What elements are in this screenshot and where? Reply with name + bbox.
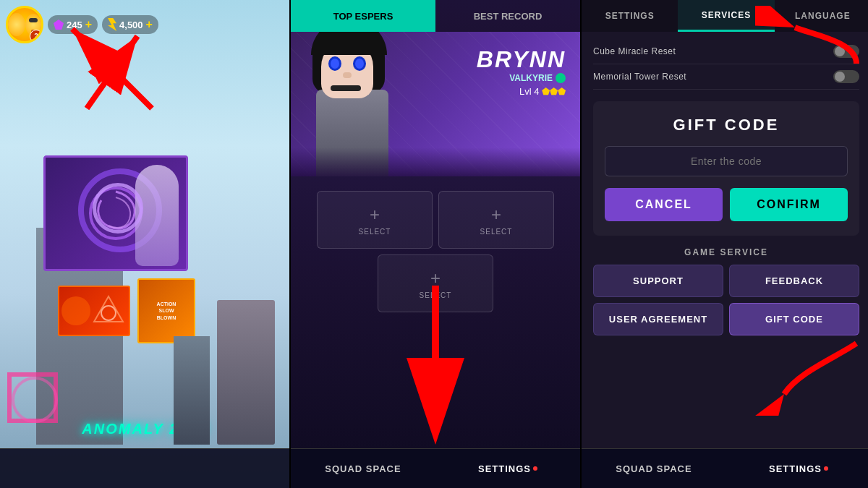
billboard-orange: ACTIONSLOWBLOWN (137, 278, 195, 343)
slot-plus-icon: + (370, 205, 380, 225)
slot-label-3: SELECT (420, 291, 452, 299)
settings-button[interactable]: SETTINGS (435, 449, 580, 488)
building-right (217, 300, 275, 445)
avatar[interactable]: 2 (6, 6, 43, 43)
svg-point-2 (101, 306, 116, 320)
character-name: BRYNN (477, 46, 566, 73)
settings-body: Cube Miracle Reset Memorial Tower Reset … (582, 32, 868, 348)
panel-game: 2 245 + 4,500 + (0, 0, 289, 488)
energy-add-button[interactable]: + (146, 18, 153, 31)
espers-bottom-nav: SQUAD SPACE SETTINGS (291, 448, 580, 488)
char-eye-left (328, 56, 341, 71)
user-agreement-button[interactable]: USER AGREEMENT (593, 303, 723, 335)
tab-best-record[interactable]: BEST RECORD (435, 0, 580, 32)
gradient-overlay (291, 147, 580, 176)
tab-settings[interactable]: SETTINGS (582, 0, 678, 32)
energy-value: 4,500 (119, 20, 143, 30)
billboard-main (43, 155, 188, 271)
slot-1[interactable]: + SELECT (317, 191, 433, 249)
char-eye-right (353, 56, 366, 71)
game-bottom-nav (0, 448, 289, 488)
red-emblem (90, 293, 127, 329)
character-class: VALKYRIE (477, 73, 566, 83)
settings-bottom-nav: SQUAD SPACE SETTINGS (582, 448, 868, 488)
toggle-memorial-tower: Memorial Tower Reset (593, 64, 859, 90)
character-info: BRYNN VALKYRIE Lvl 4 ⬟⬟⬟ (477, 46, 566, 97)
service-grid: SUPPORT FEEDBACK USER AGREEMENT GIFT COD… (593, 265, 859, 335)
nav-placeholder (0, 449, 289, 488)
settings-nav-button[interactable]: SETTINGS (726, 449, 868, 488)
energy-currency: 4,500 + (102, 15, 158, 34)
class-icon (556, 73, 566, 83)
slot-row-2: + SELECT (298, 254, 573, 312)
slot-label-1: SELECT (359, 228, 391, 236)
feedback-button[interactable]: FEEDBACK (729, 265, 859, 297)
settings-tab-bar: SETTINGS SERVICES LANGUAGE (582, 0, 868, 32)
cancel-button[interactable]: CANCEL (605, 188, 723, 221)
character-showcase: BRYNN VALKYRIE Lvl 4 ⬟⬟⬟ (291, 32, 580, 176)
settings-dot (533, 466, 537, 471)
slot-plus-icon-2: + (491, 205, 501, 225)
gem-value: 245 (67, 20, 82, 30)
gift-code-title: GIFT CODE (605, 116, 848, 134)
tab-top-espers[interactable]: TOP ESPERS (291, 0, 435, 32)
gem-add-button[interactable]: + (85, 18, 92, 31)
espers-header: TOP ESPERS BEST RECORD (291, 0, 580, 32)
confirm-button[interactable]: CONFIRM (730, 188, 848, 221)
lightning-icon (108, 18, 116, 31)
avatar-badge: 2 (30, 30, 43, 43)
tab-services[interactable]: SERVICES (678, 0, 774, 32)
gem-currency: 245 + (48, 15, 98, 34)
squad-space-settings-button[interactable]: SQUAD SPACE (582, 449, 726, 488)
game-service-title: GAME SERVICE (593, 247, 859, 257)
slot-grid: + SELECT + SELECT + SELECT (291, 184, 580, 320)
gift-code-section: GIFT CODE CANCEL CONFIRM (593, 101, 859, 236)
billboard-red (58, 286, 130, 336)
svg-marker-1 (94, 296, 123, 322)
gem-icon (54, 20, 64, 30)
svg-point-0 (90, 188, 141, 239)
settings-nav-dot (824, 466, 828, 471)
cube-miracle-toggle[interactable] (833, 45, 859, 58)
tab-language[interactable]: LANGUAGE (775, 0, 868, 32)
city-scene: ACTIONSLOWBLOWN ANOMALY 2024 (0, 83, 289, 445)
character-level: Lvl 4 ⬟⬟⬟ (477, 86, 566, 97)
squad-space-button[interactable]: SQUAD SPACE (291, 449, 435, 488)
hud-bar: 2 245 + 4,500 + (6, 6, 284, 43)
panel-settings: SETTINGS SERVICES LANGUAGE Cube Miracle … (582, 0, 868, 488)
panel-espers: TOP ESPERS BEST RECORD BRYNN VALKYRIE Lv… (291, 0, 580, 488)
star-icons: ⬟⬟⬟ (542, 86, 566, 97)
char-choker (331, 85, 361, 91)
toggle-cube-miracle: Cube Miracle Reset (593, 39, 859, 64)
building-mid (174, 336, 210, 445)
slot-2[interactable]: + SELECT (438, 191, 554, 249)
support-button[interactable]: SUPPORT (593, 265, 723, 297)
slot-3[interactable]: + SELECT (378, 254, 493, 312)
char-nose (343, 72, 352, 78)
ferris-wheel (7, 372, 58, 423)
slot-label-2: SELECT (480, 228, 513, 236)
gift-code-service-button[interactable]: GIFT CODE (729, 303, 859, 335)
gift-code-buttons: CANCEL CONFIRM (605, 188, 848, 221)
memorial-tower-toggle[interactable] (833, 70, 859, 83)
memorial-tower-label: Memorial Tower Reset (593, 72, 686, 82)
gift-code-input[interactable] (605, 146, 848, 176)
slot-plus-icon-3: + (430, 268, 441, 288)
hair-front (311, 32, 387, 55)
slot-row-1: + SELECT + SELECT (298, 191, 573, 249)
cube-miracle-label: Cube Miracle Reset (593, 46, 676, 56)
